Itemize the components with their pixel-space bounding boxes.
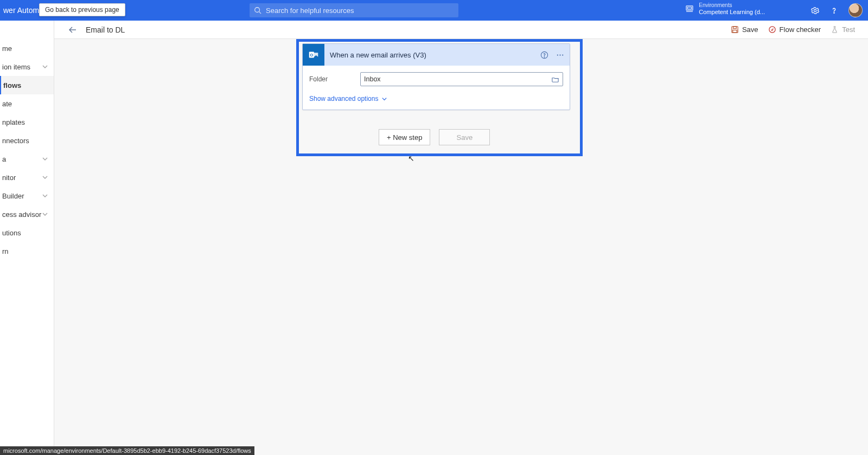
svg-point-18 — [562, 54, 563, 55]
sidebar-item-label: Builder — [2, 192, 24, 200]
chevron-down-icon — [42, 193, 48, 199]
avatar[interactable] — [848, 3, 863, 17]
brand-text: wer Automa — [0, 6, 43, 15]
back-button[interactable] — [65, 22, 80, 37]
folder-label: Folder — [309, 75, 355, 83]
sidebar-item-5[interactable]: nnectors — [0, 131, 54, 150]
sidebar-item-3[interactable]: ate — [0, 94, 54, 113]
show-advanced-link[interactable]: Show advanced options — [309, 95, 387, 102]
card-title: When a new email arrives (V3) — [330, 51, 535, 59]
settings-icon[interactable] — [810, 6, 820, 15]
save-icon — [731, 25, 739, 34]
chevron-down-icon — [42, 174, 48, 181]
folder-input[interactable] — [364, 75, 551, 83]
svg-rect-9 — [733, 27, 737, 29]
sidebar-item-11[interactable]: rn — [0, 242, 54, 260]
arrow-left-icon — [68, 25, 77, 34]
svg-point-6 — [834, 12, 834, 13]
sidebar-item-6[interactable]: a — [0, 150, 54, 168]
sidebar-item-label: nnectors — [2, 137, 29, 145]
sidebar-item-label: flows — [3, 81, 21, 89]
save-button[interactable]: Save — [439, 129, 490, 145]
sidebar-item-7[interactable]: nitor — [0, 168, 54, 187]
sidebar-item-4[interactable]: nplates — [0, 113, 54, 131]
test-label: Test — [842, 25, 855, 34]
svg-rect-3 — [688, 7, 692, 9]
sidebar-item-1[interactable]: ion items — [0, 57, 54, 76]
chevron-down-icon — [42, 156, 48, 162]
sidebar-item-label: ion items — [2, 63, 30, 71]
environment-name: Competent Learning (d... — [699, 9, 765, 16]
test-command[interactable]: Test — [831, 25, 855, 34]
sidebar-item-label: utions — [2, 229, 21, 237]
flow-checker-label: Flow checker — [780, 25, 821, 34]
chevron-down-icon — [42, 63, 48, 70]
show-advanced-label: Show advanced options — [309, 95, 378, 102]
sidebar-item-label: rn — [2, 247, 9, 255]
sidebar-item-8[interactable]: Builder — [0, 187, 54, 205]
environment-icon — [685, 4, 694, 14]
more-icon[interactable] — [556, 51, 564, 59]
flow-checker-command[interactable]: Flow checker — [768, 25, 821, 34]
back-tooltip: Go back to previous page — [39, 3, 125, 16]
sidebar-item-2[interactable]: flows — [0, 76, 54, 94]
sidebar-item-label: ate — [2, 100, 12, 108]
save-command[interactable]: Save — [731, 25, 758, 34]
flow-checker-icon — [768, 25, 776, 34]
environment-picker[interactable]: Environments Competent Learning (d... — [685, 2, 765, 16]
sidebar-item-label: me — [2, 44, 12, 53]
canvas: O When a new email arrives (V3) Folder — [54, 39, 868, 455]
sidebar-item-label: cess advisor — [2, 210, 41, 219]
flow-title: Email to DL — [86, 25, 125, 34]
chevron-down-icon — [381, 96, 387, 102]
svg-point-15 — [544, 56, 545, 57]
outlook-icon: O — [303, 44, 324, 66]
search-input[interactable] — [266, 7, 454, 15]
sidebar-item-label: nitor — [2, 174, 16, 182]
svg-point-17 — [559, 54, 560, 55]
sidebar-item-9[interactable]: cess advisor — [0, 205, 54, 223]
status-bar-url: microsoft.com/manage/environments/Defaul… — [0, 446, 254, 455]
search-icon — [254, 7, 261, 14]
chevron-down-icon — [42, 211, 48, 217]
folder-input-wrap[interactable] — [360, 72, 563, 86]
svg-text:O: O — [310, 53, 314, 57]
card-body: Folder Show advanced options — [303, 66, 570, 110]
sidebar-item-0[interactable]: me — [0, 39, 54, 57]
sidebar-item-10[interactable]: utions — [0, 223, 54, 242]
environment-label: Environments — [699, 2, 765, 9]
trigger-card[interactable]: O When a new email arrives (V3) Folder — [302, 43, 570, 110]
search-box[interactable] — [250, 3, 458, 17]
help-icon[interactable] — [829, 6, 839, 15]
svg-rect-10 — [733, 30, 737, 33]
svg-point-5 — [814, 9, 816, 11]
sidebar-item-label: nplates — [2, 118, 25, 126]
svg-line-1 — [259, 12, 261, 14]
save-label: Save — [742, 25, 758, 34]
svg-point-16 — [557, 54, 558, 55]
folder-picker-icon[interactable] — [551, 75, 559, 84]
svg-point-0 — [255, 8, 260, 12]
sidebar-item-label: a — [2, 155, 6, 163]
help-circle-icon[interactable] — [540, 51, 548, 59]
command-bar: Email to DL Save Flow checker Test — [54, 21, 868, 39]
top-bar: wer Automa Go back to previous page Envi… — [0, 0, 868, 21]
flask-icon — [831, 25, 839, 34]
sidebar: meion itemsflowsatenplatesnnectorsanitor… — [0, 21, 54, 455]
card-header[interactable]: O When a new email arrives (V3) — [303, 44, 570, 66]
new-step-button[interactable]: + New step — [379, 129, 430, 145]
